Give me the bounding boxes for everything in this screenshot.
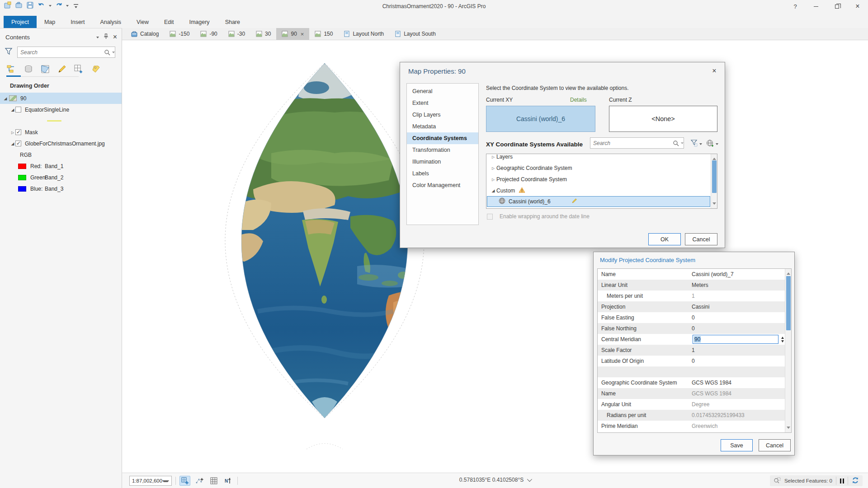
ribbon-tab-insert[interactable]: Insert bbox=[63, 16, 92, 28]
line-symbol[interactable] bbox=[47, 120, 61, 122]
undo-icon[interactable] bbox=[38, 1, 46, 9]
layer-row-map-90[interactable]: 90 bbox=[0, 93, 122, 104]
property-value[interactable]: Cassini bbox=[692, 304, 709, 310]
customize-qat-icon[interactable] bbox=[72, 1, 80, 9]
nav-item-transformation[interactable]: Transformation bbox=[407, 144, 478, 156]
pin-icon[interactable] bbox=[104, 33, 108, 41]
list-by-selection-icon[interactable] bbox=[40, 64, 51, 75]
filter-dropdown-icon[interactable] bbox=[699, 143, 702, 146]
layer-label[interactable]: Mask bbox=[25, 129, 38, 136]
red-swatch[interactable] bbox=[18, 164, 26, 169]
view-tab-30[interactable]: 30 bbox=[250, 28, 276, 40]
collapse-icon[interactable] bbox=[490, 155, 496, 159]
nav-item-clip-layers[interactable]: Clip Layers bbox=[407, 109, 478, 121]
list-by-drawing-order-icon[interactable] bbox=[6, 64, 17, 75]
layer-label[interactable]: EquatorSingleLine bbox=[25, 107, 69, 113]
restore-button[interactable] bbox=[826, 0, 847, 13]
property-value[interactable]: 0 bbox=[692, 325, 695, 332]
layer-row-equator[interactable]: EquatorSingleLine bbox=[0, 104, 122, 115]
property-value[interactable]: GCS WGS 1984 bbox=[692, 380, 731, 386]
map-scale-combobox[interactable]: 1:87,002,600 bbox=[129, 476, 172, 486]
filter-icon[interactable] bbox=[5, 47, 13, 56]
ribbon-tab-edit[interactable]: Edit bbox=[156, 16, 182, 28]
ok-button[interactable]: OK bbox=[648, 233, 681, 245]
expand-icon[interactable] bbox=[3, 96, 8, 101]
nav-item-color-management[interactable]: Color Management bbox=[407, 179, 478, 191]
collapse-icon[interactable] bbox=[490, 177, 496, 182]
spin-up-icon[interactable] bbox=[781, 335, 784, 339]
nav-item-illumination[interactable]: Illumination bbox=[407, 156, 478, 168]
redo-dropdown-icon[interactable] bbox=[66, 5, 69, 8]
view-tab-layout-south[interactable]: Layout South bbox=[389, 28, 441, 40]
ribbon-tab-analysis[interactable]: Analysis bbox=[93, 16, 129, 28]
view-tab-catalog[interactable]: Catalog bbox=[126, 28, 164, 40]
minimize-button[interactable] bbox=[806, 0, 826, 13]
nav-item-coordinate-systems[interactable]: Coordinate Systems bbox=[407, 132, 478, 144]
property-value[interactable]: 1 bbox=[692, 347, 695, 353]
tree-scrollbar[interactable] bbox=[711, 154, 717, 208]
table-scrollbar[interactable] bbox=[785, 269, 791, 432]
cancel-button[interactable]: Cancel bbox=[759, 439, 791, 451]
nav-item-labels[interactable]: Labels bbox=[407, 168, 478, 179]
blue-swatch[interactable] bbox=[18, 186, 26, 192]
view-tab-150[interactable]: 150 bbox=[309, 28, 338, 40]
search-options-icon[interactable] bbox=[681, 142, 684, 145]
ribbon-tab-view[interactable]: View bbox=[129, 16, 156, 28]
central-meridian-input[interactable]: 90 bbox=[693, 335, 778, 344]
scrollbar-thumb[interactable] bbox=[712, 160, 717, 193]
scrollbar-thumb[interactable] bbox=[786, 276, 791, 330]
tree-item-custom[interactable]: Custom bbox=[486, 185, 711, 196]
tree-item-projected[interactable]: Projected Coordinate System bbox=[486, 174, 711, 185]
expand-icon[interactable] bbox=[490, 188, 496, 193]
list-by-editing-icon[interactable] bbox=[57, 64, 67, 75]
spin-down-icon[interactable] bbox=[781, 340, 784, 344]
green-swatch[interactable] bbox=[18, 175, 26, 180]
save-project-icon[interactable] bbox=[26, 1, 34, 9]
pane-menu-icon[interactable] bbox=[96, 37, 99, 40]
snapping-toggle-icon[interactable] bbox=[194, 476, 205, 486]
nav-item-extent[interactable]: Extent bbox=[407, 97, 478, 109]
ribbon-tab-imagery[interactable]: Imagery bbox=[181, 16, 217, 28]
scroll-down-icon[interactable] bbox=[787, 427, 790, 431]
layer-checkbox[interactable] bbox=[15, 141, 21, 146]
list-by-data-source-icon[interactable] bbox=[23, 64, 34, 75]
coordinate-search-input[interactable] bbox=[590, 140, 673, 146]
tree-item-cassini-world-6[interactable]: Cassini (world)_6 bbox=[487, 196, 710, 207]
selection-zoom-icon[interactable] bbox=[774, 477, 781, 485]
property-value[interactable]: 0 bbox=[692, 358, 695, 364]
collapse-icon[interactable] bbox=[10, 130, 15, 135]
view-tab-minus90[interactable]: -90 bbox=[195, 28, 222, 40]
ribbon-tab-share[interactable]: Share bbox=[217, 16, 248, 28]
north-arrow-icon[interactable]: N bbox=[223, 476, 234, 486]
layer-row-mask[interactable]: Mask bbox=[0, 127, 122, 138]
property-value[interactable]: Cassini (world)_7 bbox=[692, 271, 734, 277]
tree-item-layers[interactable]: Layers bbox=[486, 154, 711, 162]
layer-checkbox[interactable] bbox=[15, 129, 21, 135]
tree-item-geographic[interactable]: Geographic Coordinate System bbox=[486, 162, 711, 174]
scroll-down-icon[interactable] bbox=[712, 202, 716, 206]
wrap-dateline-checkbox[interactable] bbox=[487, 214, 493, 220]
add-coordinate-system-icon[interactable] bbox=[706, 139, 714, 148]
help-button[interactable]: ? bbox=[785, 0, 806, 13]
redo-icon[interactable] bbox=[55, 1, 63, 9]
contents-search-input[interactable] bbox=[18, 49, 104, 56]
dialog-close-icon[interactable] bbox=[710, 67, 718, 75]
property-value[interactable]: 0 bbox=[692, 314, 695, 321]
scroll-up-icon[interactable] bbox=[787, 271, 790, 275]
save-button[interactable]: Save bbox=[721, 439, 753, 451]
collapse-icon[interactable] bbox=[490, 166, 496, 170]
layer-checkbox[interactable] bbox=[15, 107, 21, 113]
pause-drawing-icon[interactable] bbox=[840, 479, 844, 483]
ribbon-tab-map[interactable]: Map bbox=[37, 16, 63, 28]
list-by-snapping-icon[interactable] bbox=[90, 64, 101, 75]
expand-icon[interactable] bbox=[10, 108, 15, 112]
view-tab-minus150[interactable]: -150 bbox=[164, 28, 195, 40]
edit-pencil-icon[interactable] bbox=[571, 198, 577, 205]
close-button[interactable] bbox=[847, 0, 868, 13]
layer-label[interactable]: GlobeForChristmasOrnament.jpg bbox=[25, 141, 105, 147]
refresh-icon[interactable] bbox=[852, 477, 859, 485]
add-dropdown-icon[interactable] bbox=[716, 143, 718, 146]
close-pane-icon[interactable] bbox=[113, 33, 117, 41]
details-link[interactable]: Details bbox=[570, 97, 587, 103]
layer-row-globe[interactable]: GlobeForChristmasOrnament.jpg bbox=[0, 138, 122, 149]
